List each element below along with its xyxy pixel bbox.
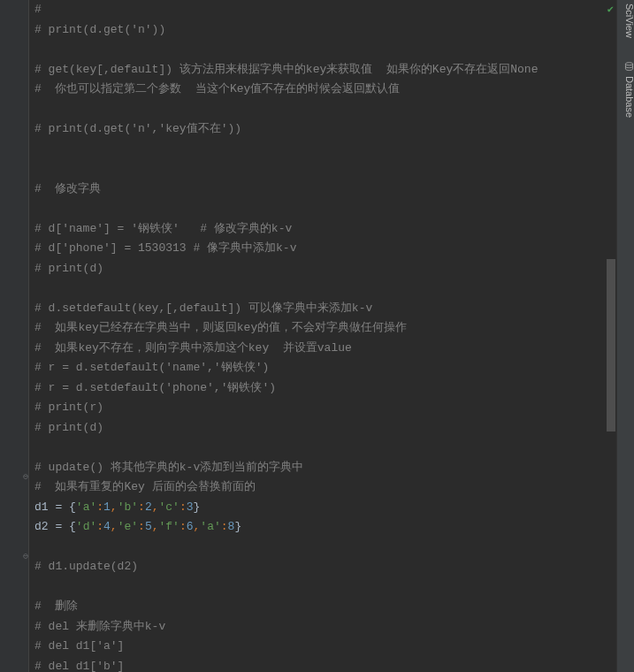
code-area[interactable]: ## print(d.get('n')) # get(key[,default]… (29, 0, 634, 672)
code-line[interactable]: d2 = {'d':4,'e':5,'f':6,'a':8} (34, 517, 634, 538)
code-line[interactable]: # d.setdefault(key,[,default]) 可以像字典中来添加… (34, 299, 634, 319)
code-line[interactable] (34, 199, 634, 219)
code-line[interactable] (34, 159, 634, 179)
gutter: ⊖ ⊖ (0, 0, 29, 672)
code-line[interactable]: # del d1['b'] (34, 657, 634, 673)
inspection-check-icon[interactable]: ✔ (607, 0, 614, 20)
code-line[interactable]: # print(d.get('n')) (34, 20, 634, 41)
code-line[interactable]: # 如果key不存在，则向字典中添加这个key 并设置value (34, 339, 634, 359)
code-line[interactable]: # 删除 (34, 597, 634, 617)
code-line[interactable] (34, 438, 634, 458)
code-line[interactable]: # del d1['a'] (34, 637, 634, 657)
code-line[interactable]: # d['name'] = '钢铁侠' # 修改字典的k-v (34, 219, 634, 240)
svg-point-0 (625, 63, 632, 65)
code-line[interactable]: # 如果key已经存在字典当中，则返回key的值，不会对字典做任何操作 (34, 318, 634, 339)
code-line[interactable]: # del 来删除字典中k-v (34, 617, 634, 638)
database-label: Database (619, 76, 634, 118)
code-line[interactable]: # d['phone'] = 1530313 # 像字典中添加k-v (34, 239, 634, 259)
code-line[interactable]: d1 = {'a':1,'b':2,'c':3} (34, 498, 634, 518)
code-line[interactable] (34, 40, 634, 60)
code-line[interactable] (34, 100, 634, 120)
code-line[interactable]: # print(r) (34, 398, 634, 418)
code-line[interactable]: # r = d.setdefault('name','钢铁侠') (34, 358, 634, 378)
code-line[interactable]: # d1.update(d2) (34, 557, 634, 577)
code-line[interactable]: # 修改字典 (34, 179, 634, 200)
code-line[interactable]: # r = d.setdefault('phone','钢铁侠') (34, 378, 634, 399)
code-line[interactable]: # print(d) (34, 418, 634, 439)
code-line[interactable]: # 如果有重复的Key 后面的会替换前面的 (34, 477, 634, 498)
fold-mark[interactable]: ⊖ (23, 547, 28, 568)
code-line[interactable] (34, 279, 634, 299)
code-line[interactable] (34, 538, 634, 558)
code-line[interactable]: # get(key[,default]) 该方法用来根据字典中的key来获取值 … (34, 60, 634, 80)
code-line[interactable]: # (34, 0, 634, 20)
code-line[interactable]: # print(d) (34, 259, 634, 279)
code-line[interactable]: # update() 将其他字典的k-v添加到当前的字典中 (34, 458, 634, 478)
sciview-label: SciView (619, 4, 634, 38)
code-line[interactable]: # print(d.get('n','key值不在')) (34, 119, 634, 140)
code-line[interactable] (34, 577, 634, 598)
code-line[interactable] (34, 140, 634, 160)
code-line[interactable]: # 你也可以指定第二个参数 当这个Key值不存在的时候会返回默认值 (34, 80, 634, 100)
sciview-tab[interactable]: SciView (617, 0, 634, 42)
database-icon (623, 61, 634, 73)
database-tab[interactable]: Database (617, 57, 634, 121)
fold-mark[interactable]: ⊖ (23, 468, 28, 488)
side-tabs: SciView Database (616, 0, 634, 672)
scrollbar-thumb[interactable] (607, 259, 615, 431)
editor-container: ⊖ ⊖ ## print(d.get('n')) # get(key[,defa… (0, 0, 634, 672)
